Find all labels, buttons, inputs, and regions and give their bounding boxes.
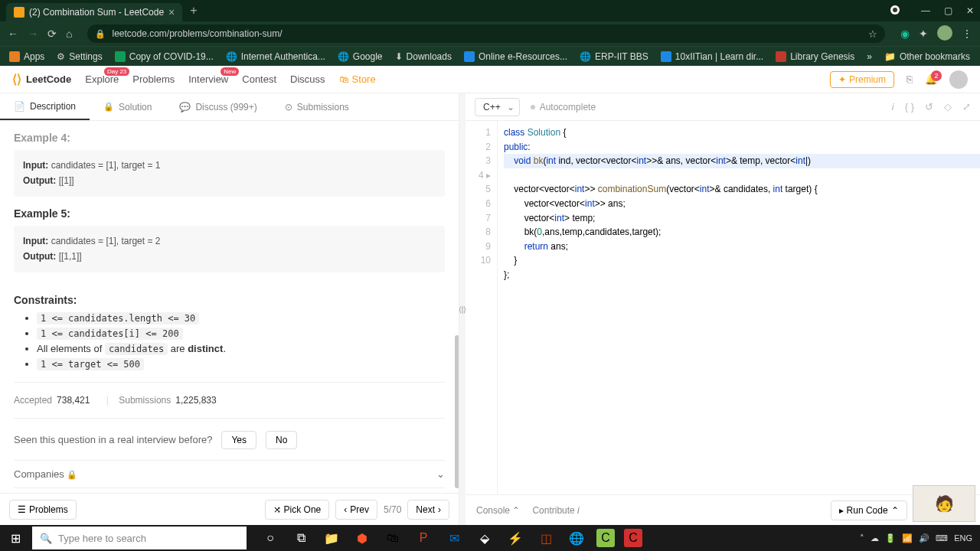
nav-contest[interactable]: Contest [242, 73, 276, 85]
browser-nav-bar: ← → ⟳ ⌂ 🔒 leetcode.com/problems/combinat… [0, 21, 980, 46]
profile-avatar[interactable] [937, 25, 952, 43]
system-tray: ˄ ☁ 🔋 📶 🔊 ⌨ ENG [852, 533, 980, 543]
tab-description[interactable]: 📄Description [0, 93, 90, 120]
console-toggle[interactable]: Console ⌃ [476, 505, 520, 516]
bookmarks-overflow[interactable]: » [867, 51, 872, 62]
companies-section[interactable]: Companies 🔒⌄ [14, 460, 445, 487]
bookmark-google[interactable]: 🌐Google [338, 51, 383, 62]
bookmark-10x[interactable]: 10xIITian | Learn dir... [661, 51, 763, 62]
problem-tabs: 📄Description 🔒Solution 💬Discuss (999+) ⊙… [0, 93, 459, 121]
ext-grammarly-icon[interactable]: ◉ [900, 28, 910, 40]
back-button[interactable]: ← [8, 28, 18, 40]
explorer-icon[interactable]: 📁 [317, 525, 346, 551]
cortana-icon[interactable]: ○ [256, 525, 285, 551]
star-icon: ✦ [838, 74, 846, 85]
shuffle-icon: ⤨ [273, 504, 281, 515]
interview-prompt: Seen this question in a real interview b… [14, 431, 445, 449]
bookmark-libgen[interactable]: Library Genesis [776, 51, 854, 62]
store-icon: 🛍 [339, 73, 349, 85]
battery-icon[interactable]: 🔋 [885, 533, 896, 543]
fullscreen-icon[interactable]: ⤢ [962, 101, 971, 112]
bookmark-eresources[interactable]: Online e-Resources... [464, 51, 567, 62]
camtasia-rec-icon[interactable]: C [624, 529, 642, 547]
url-bar[interactable]: 🔒 leetcode.com/problems/combination-sum/… [87, 24, 885, 43]
tray-up-icon[interactable]: ˄ [860, 533, 864, 543]
start-button[interactable]: ⊞ [0, 525, 31, 551]
interview-no-button[interactable]: No [266, 431, 297, 449]
reset-icon[interactable]: ↺ [925, 101, 933, 112]
problems-list-button[interactable]: ☰Problems [9, 500, 77, 520]
wifi-icon[interactable]: 📶 [902, 533, 913, 543]
nav-discuss[interactable]: Discuss [290, 73, 325, 85]
star-icon[interactable]: ☆ [868, 28, 877, 40]
related-topics-section[interactable]: Related Topics⌄ [14, 487, 445, 493]
panel-splitter[interactable]: ⟨|⟩ [459, 93, 466, 525]
mail-icon[interactable]: ✉ [439, 525, 469, 551]
browser-menu-icon[interactable]: ⋮ [962, 28, 972, 40]
code-editor[interactable]: 1234 ▸5678910 class Solution { public: v… [466, 121, 980, 494]
code-lines[interactable]: class Solution { public: void bk(int ind… [498, 121, 980, 494]
volume-icon[interactable]: 🔊 [919, 533, 929, 543]
extensions-icon[interactable]: ✦ [919, 28, 928, 40]
prev-button[interactable]: ‹Prev [335, 500, 377, 520]
run-code-button[interactable]: ▸Run Code⌃ [831, 500, 907, 520]
pick-one-button[interactable]: ⤨Pick One [265, 500, 330, 520]
interview-yes-button[interactable]: Yes [221, 431, 256, 449]
nav-interview[interactable]: InterviewNew [188, 73, 228, 85]
brackets-icon[interactable]: { } [905, 101, 914, 112]
bookmark-erp[interactable]: 🌐ERP-IIT BBS [580, 51, 648, 62]
chrome-icon[interactable]: 🌐 [562, 525, 591, 551]
tab-solution[interactable]: 🔒Solution [90, 93, 165, 120]
nav-problems[interactable]: Problems [132, 73, 175, 85]
maximize-button[interactable]: ▢ [944, 5, 952, 16]
bookmark-icon[interactable]: ◇ [944, 101, 952, 112]
chat-icon: 💬 [179, 102, 191, 112]
reload-button[interactable]: ⟳ [47, 28, 57, 40]
nav-explore[interactable]: ExploreDay 23 [85, 73, 119, 85]
windows-taskbar: ⊞ 🔍 Type here to search ○ ⧉ 📁 ⬢ 🛍 P ✉ ⬙ … [0, 525, 980, 551]
close-window-button[interactable]: ✕ [966, 5, 974, 16]
store-icon[interactable]: 🛍 [378, 525, 407, 551]
onedrive-icon[interactable]: ☁ [871, 533, 879, 543]
brave-icon[interactable]: ⬢ [348, 525, 377, 551]
language-indicator[interactable]: ENG [954, 533, 972, 543]
other-bookmarks[interactable]: 📁Other bookmarks [884, 51, 970, 62]
powerpoint-icon[interactable]: P [409, 525, 438, 551]
premium-button[interactable]: ✦Premium [830, 71, 894, 88]
chevron-down-icon: ⌄ [436, 468, 445, 480]
home-button[interactable]: ⌂ [66, 28, 72, 40]
chevron-up-icon: ⌃ [891, 505, 899, 516]
bookmark-apps[interactable]: Apps [9, 51, 44, 62]
bookmark-internet-auth[interactable]: 🌐Internet Authentica... [226, 51, 325, 62]
user-avatar[interactable] [949, 70, 968, 89]
task-view-icon[interactable]: ⧉ [286, 525, 315, 551]
tab-close-icon[interactable]: × [168, 6, 175, 18]
tab-submissions[interactable]: ⊙Submissions [271, 93, 363, 120]
browser-tab[interactable]: (2) Combination Sum - LeetCode × [6, 3, 182, 21]
forward-button[interactable]: → [28, 28, 38, 40]
info-icon[interactable]: i [892, 101, 894, 112]
next-button[interactable]: Next› [407, 500, 449, 520]
taskbar-search[interactable]: 🔍 Type here to search [32, 527, 247, 549]
leetcode-logo[interactable]: ⟨⟩ LeetCode [12, 72, 71, 86]
tab-discuss[interactable]: 💬Discuss (999+) [165, 93, 270, 120]
scrollbar-thumb[interactable] [455, 335, 459, 488]
playground-icon[interactable]: ⎘ [906, 73, 913, 85]
new-tab-button[interactable]: + [190, 4, 197, 18]
stats-row: Accepted738,421 | Submissions1,225,833 [14, 395, 445, 406]
bookmark-covid[interactable]: Copy of COVID-19... [115, 51, 214, 62]
nav-store[interactable]: 🛍Store [339, 73, 376, 85]
contribute-link[interactable]: Contribute i [532, 505, 579, 516]
keyboard-icon[interactable]: ⌨ [936, 533, 948, 543]
lock-icon: 🔒 [103, 102, 114, 112]
bookmark-downloads[interactable]: ⬇Downloads [395, 51, 452, 62]
minimize-button[interactable]: — [921, 5, 930, 16]
office-icon[interactable]: ◫ [531, 525, 560, 551]
app-icon-1[interactable]: ⚡ [501, 525, 530, 551]
autocomplete-toggle[interactable]: Autocomplete [531, 102, 596, 112]
language-select[interactable]: C++ [475, 98, 520, 116]
camtasia-icon[interactable]: C [596, 529, 615, 547]
notifications-button[interactable]: 🔔 2 [925, 73, 937, 85]
dropbox-icon[interactable]: ⬙ [470, 525, 499, 551]
bookmark-settings[interactable]: ⚙Settings [57, 51, 102, 62]
